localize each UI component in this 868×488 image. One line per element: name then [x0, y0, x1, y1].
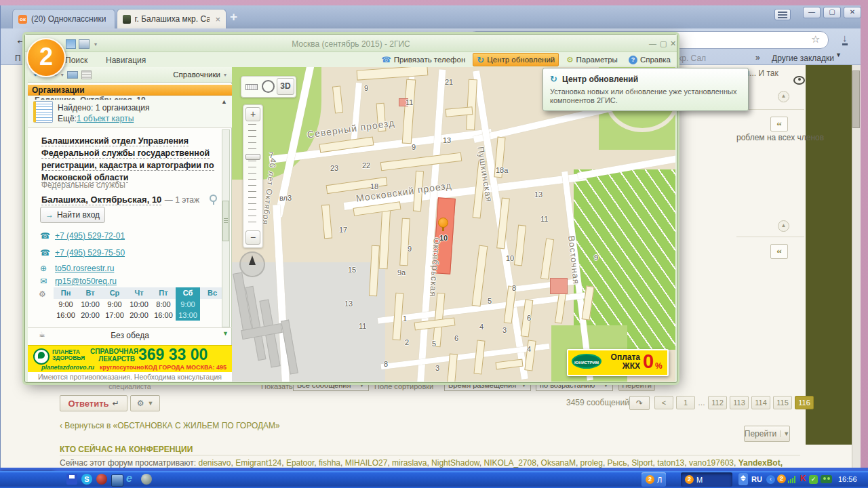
app-icon[interactable] — [141, 474, 152, 485]
routes-icon[interactable] — [81, 70, 92, 79]
eye-icon[interactable] — [793, 76, 805, 85]
map-canvas[interactable]: 911211818a72322139вл3171599a131112853643… — [232, 67, 675, 382]
gis-close-button[interactable]: ✕ — [670, 39, 676, 48]
online-user[interactable]: MIHAILO27 — [345, 458, 388, 468]
tray-2gis-icon[interactable]: 2 — [777, 474, 786, 483]
online-user[interactable]: proleg — [580, 458, 603, 468]
browser-menu-icon[interactable] — [774, 9, 791, 20]
tray-check-icon[interactable]: ✓ — [809, 475, 818, 484]
page-button-1[interactable]: 1 — [676, 396, 695, 409]
gis-maximize-button[interactable]: ▢ — [660, 39, 667, 48]
organization-name[interactable]: Балашихинский отдел Управления Федеральн… — [41, 134, 215, 183]
browser-minimize-button[interactable]: — — [803, 7, 821, 18]
menu-navigation[interactable]: Навигация — [106, 56, 146, 65]
pharmacy-ad-banner[interactable]: ПЛАНЕТА ЗДОРОВЬЯ СПРАВОЧНАЯ ЛЕКАРСТВ 369… — [28, 345, 232, 372]
online-user[interactable]: Slport — [631, 458, 652, 468]
map-3d-button[interactable]: 3D — [277, 78, 294, 95]
save-quicklaunch-icon[interactable] — [66, 474, 77, 485]
display-icon[interactable] — [111, 474, 123, 487]
online-user[interactable]: miraslava — [392, 458, 427, 468]
opera-icon[interactable] — [96, 474, 107, 485]
page-button-115[interactable]: 115 — [773, 396, 792, 409]
settings-button[interactable]: ⚙ Параметры — [563, 53, 621, 66]
tab-odnoklassniki[interactable]: ок (20) Одноклассники — [12, 9, 115, 28]
organization-address[interactable]: Балашиха, Октябрьская, 10 — 1 этаж — [41, 193, 199, 205]
page-prev-button[interactable]: < — [654, 396, 673, 409]
update-center-button[interactable]: ↻ Центр обновлений — [473, 53, 559, 66]
panel-scrollbar-thumb[interactable] — [222, 201, 229, 241]
reply-button[interactable]: Ответить ↵ — [60, 395, 127, 411]
radius-tool-icon[interactable] — [262, 80, 275, 93]
tray-back-icon[interactable]: ‹ — [766, 475, 775, 484]
taskbar-window-gis-l[interactable]: 2 Л — [642, 472, 666, 487]
phone-link[interactable]: +7 (495) 529-72-01 — [55, 231, 125, 241]
tray-signal-icon[interactable] — [788, 476, 795, 483]
zoom-out-button[interactable]: − — [245, 230, 260, 245]
scroll-top-icon[interactable]: ▲ — [778, 91, 789, 102]
online-user[interactable]: taton13 — [657, 458, 684, 468]
back-to-forum-link[interactable]: ‹ Вернуться в «ОБСТАНОВКА С ЖИЛЬЕМ ПО ГО… — [60, 421, 280, 430]
find-entrance-button[interactable]: → Найти вход — [40, 207, 105, 223]
quote-button[interactable]: “ — [770, 117, 788, 131]
zoom-in-button[interactable]: + — [245, 107, 260, 121]
zoom-slider-handle[interactable] — [245, 154, 260, 160]
online-user[interactable]: NIKOLA_2708 — [484, 458, 536, 468]
page-button-112[interactable]: 112 — [708, 396, 727, 409]
map-object-link[interactable]: 1 объект карты — [77, 114, 134, 123]
page-button-116[interactable]: 116 — [795, 396, 814, 409]
internet-explorer-icon[interactable]: e — [126, 472, 132, 485]
bookmark-item[interactable]: кр. Сал — [678, 54, 706, 63]
online-user[interactable]: YandexBot, — [738, 458, 783, 468]
help-button[interactable]: ? Справка — [625, 53, 674, 66]
go-button-bottom[interactable]: Перейти▼ — [744, 426, 790, 442]
taskbar-window-gis-m[interactable]: 2 М — [681, 472, 732, 487]
quote-button[interactable]: “ — [770, 244, 788, 259]
tray-expand-button[interactable] — [738, 473, 748, 485]
email-link[interactable]: rp15@to50req.ru — [55, 277, 117, 286]
online-user[interactable]: vano197603 — [689, 458, 734, 468]
quick-page-icon[interactable] — [66, 39, 76, 49]
tab-close-icon[interactable]: × — [215, 14, 220, 24]
tray-kaspersky-icon[interactable]: K — [800, 474, 806, 483]
organizations-header[interactable]: Организации — [28, 84, 232, 96]
bookmark-item[interactable]: П — [15, 54, 21, 63]
ruler-icon[interactable] — [245, 84, 258, 90]
print-icon[interactable] — [79, 39, 90, 49]
phone-link[interactable]: +7 (495) 529-75-50 — [55, 248, 125, 258]
browser-maximize-button[interactable]: ▢ — [823, 7, 841, 18]
new-tab-button[interactable]: + — [230, 9, 237, 24]
scroll-up-icon[interactable]: ▲ — [221, 98, 227, 105]
menu-search[interactable]: Поиск — [65, 56, 87, 65]
gis-minimize-button[interactable]: — — [649, 39, 656, 47]
tab-balashiha[interactable]: г. Балашиха мкр. Салт × — [117, 9, 226, 28]
online-user[interactable]: NightShadow — [431, 458, 479, 468]
online-user[interactable]: fishha — [319, 458, 340, 468]
bookmarks-overflow-icon[interactable]: » — [755, 53, 760, 62]
measure-icon[interactable] — [67, 71, 78, 79]
online-user[interactable]: Epatoor — [286, 458, 314, 468]
online-user[interactable]: denisavo — [199, 458, 231, 468]
topic-tools-button[interactable]: ⚙▼ — [130, 395, 160, 411]
online-user[interactable]: Рысь — [608, 458, 627, 468]
map-marker-pin[interactable] — [438, 218, 448, 228]
language-indicator[interactable]: RU — [751, 475, 762, 483]
directories-dropdown[interactable]: Справочники — [173, 70, 220, 79]
skype-icon[interactable]: S — [81, 474, 92, 485]
download-icon[interactable]: ↓ — [842, 33, 848, 45]
bind-phone-button[interactable]: ☎ Привязать телефон — [378, 53, 469, 66]
scroll-top-icon[interactable]: ▲ — [778, 220, 789, 232]
other-bookmarks-button[interactable]: Другие закладки — [772, 54, 834, 63]
jump-icon-button[interactable]: ↷ — [629, 396, 650, 410]
forward-options-icon[interactable]: ▾ — [61, 72, 64, 78]
scroll-down-icon[interactable]: ▼ — [222, 330, 229, 337]
unistream-banner[interactable]: ЮНИСТРИМ Оплата ЖКХ 0 % — [567, 349, 669, 376]
online-user[interactable]: OksanaM — [541, 458, 576, 468]
browser-close-button[interactable]: ✕ — [844, 7, 861, 18]
page-button-113[interactable]: 113 — [730, 396, 749, 409]
compass-control[interactable] — [239, 251, 265, 277]
page-button-114[interactable]: 114 — [751, 396, 770, 409]
browser-scrollbar-thumb[interactable] — [852, 70, 860, 128]
bookmark-star-icon[interactable]: ☆ — [811, 33, 820, 45]
website-link[interactable]: to50.rosreestr.ru — [55, 264, 114, 273]
toolbar-options-icon[interactable]: ▾ — [94, 41, 97, 47]
